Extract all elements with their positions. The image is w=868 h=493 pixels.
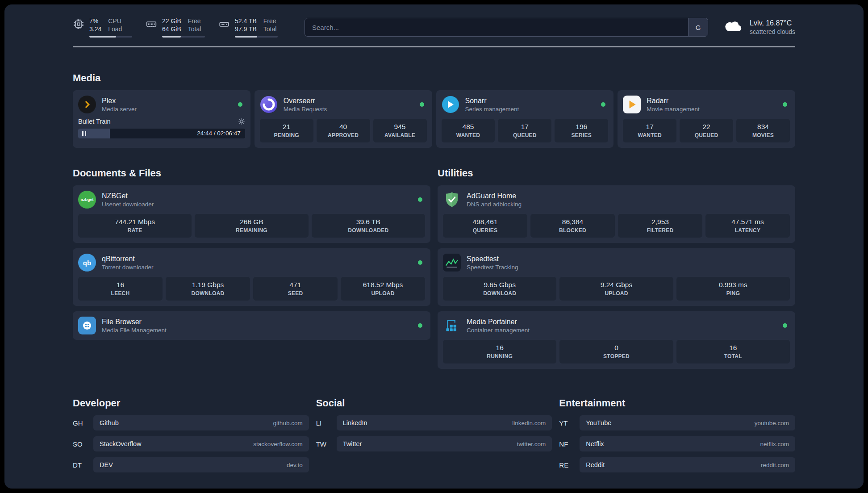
section-title-developer: Developer — [73, 397, 309, 409]
stat-label: RATE — [80, 227, 190, 234]
stat-queued: 22 QUEUED — [680, 119, 733, 142]
bookmark-name: Github — [100, 419, 119, 426]
speedtest-icon — [443, 254, 461, 272]
bookmark-abbr: RE — [559, 461, 580, 469]
service-link-sonarr[interactable]: Sonarr Series management — [442, 96, 609, 113]
ram-icon — [146, 18, 157, 30]
stat-label: QUEUED — [500, 132, 550, 138]
bookmark-reddit: RE Reddit reddit.com — [559, 457, 795, 472]
service-link-adguard[interactable]: AdGuard Home DNS and adblocking — [443, 191, 790, 209]
stat-remaining: 266 GB REMAINING — [195, 214, 308, 238]
service-card-plex: Plex Media server Bullet Train — [73, 90, 250, 148]
bookmark-url: youtube.com — [755, 420, 789, 426]
bookmark-url: netflix.com — [760, 441, 789, 447]
service-description: Movie management — [647, 106, 777, 113]
bookmark-link-stackoverflow[interactable]: StackOverflow stackoverflow.com — [93, 436, 309, 451]
disk-total-value: 97.9 TB — [235, 25, 257, 33]
service-link-qbittorrent[interactable]: qb qBittorrent Torrent downloader — [78, 254, 425, 272]
disk-icon — [218, 18, 230, 30]
service-card-radarr: Radarr Movie management 17 WANTED 22 QUE… — [618, 90, 795, 148]
stat-label: SERIES — [556, 132, 606, 138]
stat-upload: 9.24 Gbps UPLOAD — [559, 277, 673, 301]
pause-icon[interactable] — [82, 131, 86, 136]
plex-now-playing: Bullet Train — [78, 118, 245, 138]
stat-label: BLOCKED — [532, 227, 613, 234]
bookmark-abbr: TW — [316, 440, 337, 448]
stat-label: APPROVED — [318, 132, 368, 138]
stat-value: 16 — [80, 281, 161, 289]
service-name: Radarr — [647, 97, 777, 105]
bookmark-abbr: GH — [73, 419, 93, 427]
bookmark-link-github[interactable]: Github github.com — [93, 415, 309, 430]
stat-label: QUEUED — [681, 132, 731, 138]
sonarr-icon — [442, 96, 459, 113]
service-link-portainer[interactable]: Media Portainer Container management — [443, 317, 790, 334]
section-title-entertainment: Entertainment — [559, 397, 795, 409]
stat-stopped: 0 STOPPED — [559, 340, 673, 363]
weather-condition: scattered clouds — [750, 28, 795, 35]
search-provider-button[interactable]: G — [688, 18, 708, 36]
stat-upload: 618.52 Mbps UPLOAD — [341, 277, 425, 301]
service-name: Overseerr — [284, 97, 414, 105]
bookmark-link-linkedin[interactable]: LinkedIn linkedin.com — [337, 415, 552, 430]
overseerr-icon — [260, 96, 278, 113]
stat-value: 744.21 Mbps — [80, 218, 190, 226]
stat-label: STOPPED — [561, 353, 671, 359]
gear-icon[interactable] — [238, 118, 245, 125]
service-card-portainer: Media Portainer Container management 16 … — [438, 311, 795, 369]
bookmark-dev: DT DEV dev.to — [73, 457, 309, 472]
stat-value: 39.6 TB — [313, 218, 423, 226]
stat-filtered: 2,953 FILTERED — [618, 214, 702, 238]
memory-free-value: 22 GiB — [162, 17, 181, 25]
bookmark-link-netflix[interactable]: Netflix netflix.com — [580, 436, 795, 451]
service-link-radarr[interactable]: Radarr Movie management — [623, 96, 790, 113]
filebrowser-icon — [78, 317, 96, 334]
bookmark-group-entertainment: Entertainment YT YouTube youtube.com NF … — [559, 397, 795, 472]
service-link-filebrowser[interactable]: File Browser Media File Management — [78, 317, 425, 334]
stat-total: 16 TOTAL — [676, 340, 790, 363]
portainer-icon — [443, 317, 461, 334]
adguard-icon — [443, 191, 461, 209]
stat-value: 1.19 Gbps — [167, 281, 248, 289]
bookmark-url: stackoverflow.com — [253, 441, 302, 447]
memory-total-value: 64 GiB — [162, 25, 181, 33]
stat-running: 16 RUNNING — [443, 340, 556, 363]
memory-free-label: Free — [188, 17, 201, 25]
service-link-nzbget[interactable]: nzbget NZBGet Usenet downloader — [78, 191, 425, 209]
bookmark-abbr: DT — [73, 461, 93, 469]
service-link-plex[interactable]: Plex Media server — [78, 96, 245, 113]
bookmark-link-youtube[interactable]: YouTube youtube.com — [580, 415, 795, 430]
search-input[interactable] — [305, 24, 688, 31]
nzbget-icon: nzbget — [78, 191, 96, 209]
stat-wanted: 485 WANTED — [442, 119, 495, 142]
service-link-speedtest[interactable]: Speedtest Speedtest Tracking — [443, 254, 790, 272]
stat-value: 16 — [445, 344, 555, 352]
section-title-media: Media — [73, 72, 795, 84]
bookmark-link-twitter[interactable]: Twitter twitter.com — [337, 436, 552, 451]
bookmark-linkedin: LI LinkedIn linkedin.com — [316, 415, 552, 430]
bookmark-link-reddit[interactable]: Reddit reddit.com — [580, 457, 795, 472]
bookmark-twitter: TW Twitter twitter.com — [316, 436, 552, 451]
stat-available: 945 AVAILABLE — [373, 119, 427, 142]
section-title-documents: Documents & Files — [73, 167, 430, 179]
stat-download: 1.19 Gbps DOWNLOAD — [166, 277, 250, 301]
service-name: Sonarr — [465, 97, 596, 105]
memory-total-label: Total — [188, 25, 201, 33]
playback-progress-bar[interactable]: 24:44 / 02:06:47 — [78, 129, 245, 138]
stat-ping: 0.993 ms PING — [676, 277, 790, 301]
status-dot-online — [783, 102, 787, 107]
service-description: Series management — [465, 106, 596, 113]
service-link-overseerr[interactable]: Overseerr Media Requests — [260, 96, 427, 113]
bookmark-group-developer: Developer GH Github github.com SO StackO… — [73, 397, 309, 472]
bookmark-youtube: YT YouTube youtube.com — [559, 415, 795, 430]
stat-value: 471 — [255, 281, 336, 289]
bookmark-url: reddit.com — [761, 462, 789, 468]
service-description: Media Requests — [284, 106, 414, 113]
stat-label: REMAINING — [196, 227, 306, 234]
stat-label: DOWNLOAD — [167, 290, 248, 297]
disk-widget: 52.4 TB 97.9 TB Free Total — [218, 17, 278, 38]
bookmark-link-dev[interactable]: DEV dev.to — [93, 457, 309, 472]
bookmark-netflix: NF Netflix netflix.com — [559, 436, 795, 451]
stat-value: 47.571 ms — [707, 218, 788, 226]
service-description: DNS and adblocking — [467, 201, 790, 208]
